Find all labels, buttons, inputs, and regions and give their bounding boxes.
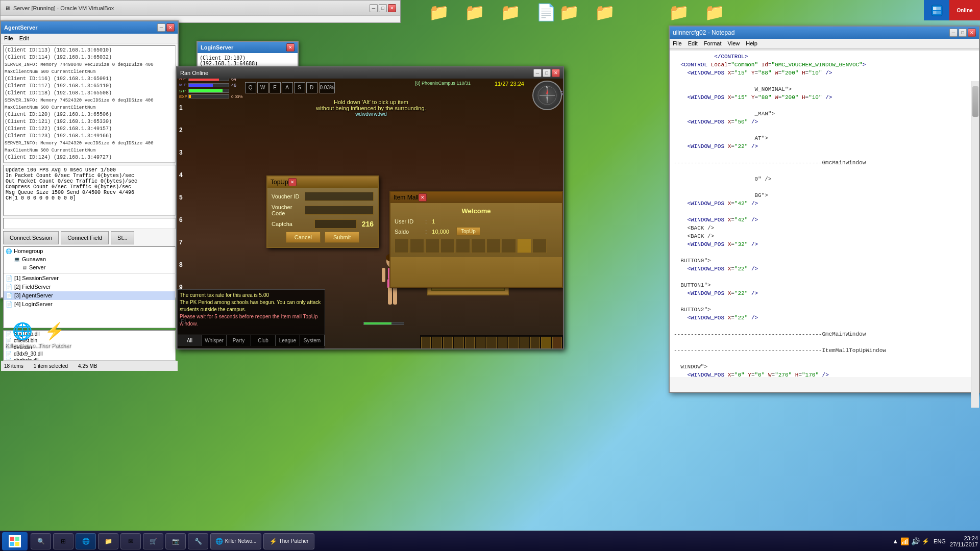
action-slot-4[interactable]	[454, 337, 463, 349]
key-e[interactable]: E	[270, 82, 281, 93]
chat-tab-all[interactable]: All	[178, 335, 202, 346]
notepad-scrollbar-thumb[interactable]	[972, 86, 978, 117]
taskbar-ie-button[interactable]: 🌐	[76, 533, 96, 549]
taskbar-search-button[interactable]: 🔍	[31, 533, 51, 549]
file-item-dbghelp[interactable]: 📄dbghelp.dll	[4, 357, 175, 361]
notepad-menu-edit[interactable]: Edit	[688, 40, 698, 46]
itemmall-close-button[interactable]: ✕	[419, 193, 427, 202]
notepad-close-button[interactable]: ✕	[968, 29, 976, 37]
desktop-folder-5[interactable]: 📁	[559, 3, 579, 22]
tree-item-field[interactable]: 📄 [2] FieldServer	[4, 283, 175, 291]
voucher-id-input[interactable]	[305, 192, 374, 201]
action-slot-11[interactable]	[530, 337, 540, 349]
chat-tab-club[interactable]: Club	[251, 335, 276, 346]
taskbar-app2-button[interactable]: 🔧	[188, 533, 208, 549]
item-slot[interactable]	[502, 239, 516, 253]
notepad-minimize-button[interactable]: ─	[949, 29, 958, 37]
taskbar-taskview-button[interactable]: ⊞	[53, 533, 74, 549]
action-slot-12[interactable]	[541, 337, 551, 349]
item-slot[interactable]	[395, 239, 409, 253]
connect-session-button[interactable]: Connect Session	[3, 231, 59, 244]
notepad-scrollbar[interactable]	[971, 81, 979, 408]
chat-tab-league[interactable]: League	[276, 335, 300, 346]
item-slot[interactable]	[456, 239, 470, 253]
game-close-button[interactable]: ✕	[552, 69, 560, 77]
taskbar-thor-button[interactable]: ⚡ Thor Patcher	[263, 533, 314, 549]
topup-submit-button[interactable]: Submit	[325, 232, 359, 243]
action-slot-2[interactable]	[432, 337, 442, 349]
vbox-maximize-button[interactable]: □	[379, 4, 387, 12]
action-slot-7[interactable]	[486, 337, 496, 349]
vbox-minimize-button[interactable]: ─	[370, 4, 378, 12]
agent-input-field[interactable]	[3, 218, 176, 229]
action-slot-1[interactable]	[421, 337, 431, 349]
taskbar-app1-button[interactable]: 📷	[165, 533, 186, 549]
taskbar-start-button[interactable]	[2, 532, 28, 550]
desktop-icon-thor[interactable]: ⚡ Thor Patcher	[38, 321, 71, 348]
notepad-menu-file[interactable]: File	[673, 40, 682, 46]
tree-item-agent[interactable]: 📄 [3] AgentServer	[4, 291, 175, 300]
taskbar-killer-button[interactable]: 🌐 Killer Netwo...	[210, 533, 261, 549]
notepad-maximize-button[interactable]: □	[959, 29, 967, 37]
chat-tab-whisper[interactable]: Whisper	[202, 335, 227, 346]
connect-field-button[interactable]: Connect Field	[61, 231, 109, 244]
agent-menu-file[interactable]: File	[4, 35, 13, 41]
desktop-folder-7[interactable]: 📁	[669, 3, 689, 22]
notepad-menu-format[interactable]: Format	[704, 40, 722, 46]
game-minimize-button[interactable]: ─	[533, 69, 542, 77]
taskbar-store-button[interactable]: 🛒	[143, 533, 163, 549]
item-slot-active[interactable]	[517, 239, 531, 253]
itemmall-topup-button[interactable]: TopUp	[456, 227, 480, 236]
chat-tab-system[interactable]: System	[300, 335, 325, 346]
item-slot[interactable]	[410, 239, 424, 253]
vbox-window-controls[interactable]: ─ □ ✕	[370, 4, 396, 12]
agent-menu-edit[interactable]: Edit	[19, 35, 29, 41]
login-close-button[interactable]: ✕	[286, 43, 295, 52]
notepad-content-area[interactable]: </CONTROL> <CONTROL Local="Common" Id="G…	[670, 51, 979, 377]
file-item-d3d[interactable]: 📄d3dx9_30.dll	[4, 350, 175, 357]
agent-close-button[interactable]: ✕	[166, 23, 175, 32]
key-w[interactable]: W	[257, 82, 268, 93]
desktop-folder-1[interactable]: 📁	[429, 3, 449, 22]
tree-item-server[interactable]: 🖥 Server	[20, 263, 175, 271]
game-maximize-button[interactable]: □	[543, 69, 551, 77]
key-a[interactable]: A	[282, 82, 293, 93]
desktop-folder-2[interactable]: 📁	[464, 3, 485, 22]
action-slot-5[interactable]	[465, 337, 475, 349]
action-slot-10[interactable]	[520, 337, 529, 349]
topup-cancel-button[interactable]: Cancel	[286, 232, 321, 243]
tree-item-gunawan[interactable]: 💻 Gunawan	[12, 255, 175, 263]
taskbar-mail-button[interactable]: ✉	[120, 533, 141, 549]
captcha-input[interactable]	[314, 219, 357, 229]
action-slot-13[interactable]	[552, 337, 562, 349]
desktop-folder-8[interactable]: 📁	[704, 3, 725, 22]
taskbar-folder-button[interactable]: 📁	[98, 533, 118, 549]
item-slot[interactable]	[532, 239, 547, 253]
topup-close-button[interactable]: ✕	[288, 178, 297, 186]
stop-button[interactable]: St...	[111, 231, 134, 244]
key-s[interactable]: S	[294, 82, 305, 93]
action-slot-3[interactable]	[443, 337, 453, 349]
action-slot-8[interactable]	[498, 337, 507, 349]
tree-item-login[interactable]: 📄 [4] LoginServer	[4, 300, 175, 309]
desktop-folder-4[interactable]: 📄	[536, 3, 556, 22]
action-slot-6[interactable]	[476, 337, 485, 349]
voucher-code-input[interactable]	[305, 206, 374, 215]
desktop-folder-3[interactable]: 📁	[500, 3, 521, 22]
tray-up-icon[interactable]: ▲	[892, 538, 898, 545]
notepad-menu-help[interactable]: Help	[746, 40, 757, 46]
item-slot[interactable]	[486, 239, 501, 253]
desktop-icon-killer[interactable]: 🌐 Killer Netwo...	[5, 321, 40, 348]
taskbar-time-area[interactable]: 23:24 27/11/2017	[950, 535, 978, 547]
tray-volume-icon[interactable]: 🔊	[911, 537, 920, 545]
game-window[interactable]: Ran Online ─ □ ✕ H P 64 M P 46 S	[176, 66, 564, 349]
tree-item-homegroup[interactable]: 🌐 Homegroup	[4, 247, 175, 255]
action-slot-9[interactable]	[508, 337, 518, 349]
notepad-menu-view[interactable]: View	[728, 40, 740, 46]
key-d[interactable]: D	[306, 82, 317, 93]
tree-item-session[interactable]: 📄 [1] SessionServer	[4, 274, 175, 283]
agent-minimize-button[interactable]: ─	[157, 23, 165, 32]
item-slot[interactable]	[425, 239, 439, 253]
key-q[interactable]: Q	[245, 82, 256, 93]
item-slot[interactable]	[471, 239, 485, 253]
